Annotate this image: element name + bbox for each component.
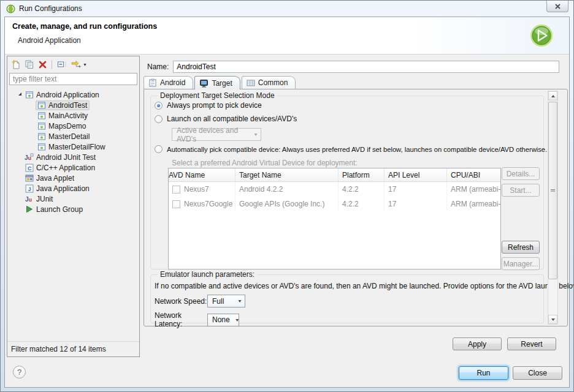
avd-checkbox[interactable]	[172, 186, 180, 194]
apply-button[interactable]: Apply	[453, 337, 502, 350]
filter-input[interactable]	[9, 73, 137, 85]
app-icon	[6, 4, 15, 13]
expand-collapse-icon[interactable]	[18, 92, 21, 96]
tab-common[interactable]: Common	[242, 76, 296, 89]
scroll-down-button[interactable]	[548, 315, 557, 324]
column-header[interactable]: AVD Name	[169, 168, 235, 181]
tree-item-junit[interactable]: Ju JUnit	[7, 194, 139, 204]
avd-table-header: AVD Name Target Name Platform API Level …	[169, 168, 500, 182]
junit-icon: Ju	[25, 195, 34, 203]
banner-subtitle: Android Application	[18, 36, 81, 45]
new-configuration-button[interactable]	[11, 59, 20, 69]
delete-configuration-button[interactable]	[39, 61, 47, 69]
filter-menu-caret-icon[interactable]: ▼	[83, 62, 87, 67]
avd-name-cell: Nexus7	[184, 185, 209, 194]
android-application-icon	[37, 111, 46, 120]
help-button[interactable]: ?	[13, 366, 26, 379]
active-devices-combo: Active devices and AVD's ▼	[172, 128, 261, 141]
avd-row[interactable]: Nexus7Google Google APIs (Google Inc.) 4…	[169, 197, 500, 211]
filter-launch-configurations-button[interactable]: ▼	[71, 60, 87, 69]
tree-item-launch-group[interactable]: Launch Group	[7, 204, 139, 214]
details-button[interactable]: Details...	[502, 167, 540, 180]
tab-target[interactable]: Target	[194, 76, 240, 89]
duplicate-configuration-button[interactable]	[25, 59, 34, 69]
tab-label: Common	[258, 78, 288, 87]
radio-launch-all[interactable]: Launch on all compatible devices/AVD's	[155, 115, 297, 123]
java-applet-icon	[25, 174, 34, 183]
dialog-client-area: Create, manage, and run configurations A…	[4, 17, 570, 388]
tab-label: Target	[212, 79, 232, 88]
android-application-icon	[25, 91, 34, 99]
tree-item-label: Android Application	[36, 91, 99, 99]
window-close-button[interactable]	[546, 1, 568, 12]
network-speed-combo[interactable]: Full ▼	[207, 295, 245, 307]
filter-icon	[71, 60, 82, 69]
tree-item-androidtest[interactable]: AndroidTest	[7, 100, 139, 110]
apply-revert-row: Apply Revert	[453, 337, 556, 350]
combo-caret-icon: ▼	[235, 317, 240, 322]
tree-item-java-application[interactable]: J Java Application	[7, 183, 139, 194]
scrollbar-track[interactable]	[548, 100, 557, 315]
scrollbar-thumb[interactable]	[548, 102, 557, 279]
configuration-name-input[interactable]	[173, 61, 559, 73]
cpu-abi-cell: ARM (armeabi-v7...	[447, 197, 500, 211]
tree-item-masterdetail[interactable]: MasterDetail	[7, 131, 139, 141]
refresh-button[interactable]: Refresh	[502, 241, 540, 254]
start-button[interactable]: Start...	[502, 184, 540, 197]
column-header[interactable]: CPU/ABI	[447, 168, 500, 181]
scroll-down-icon	[551, 318, 555, 321]
radio-label: Automatically pick compatible device: Al…	[167, 146, 547, 153]
platform-cell: 4.2.2	[339, 182, 385, 197]
radio-label: Always prompt to pick device	[167, 101, 262, 110]
avd-name-cell: Nexus7Google	[184, 200, 232, 208]
tree-item-label: Java Applet	[36, 174, 74, 183]
tree-item-mainactivity[interactable]: MainActivity	[7, 110, 139, 121]
tab-android[interactable]: Android	[144, 76, 193, 89]
revert-button[interactable]: Revert	[507, 337, 556, 350]
close-button[interactable]: Close	[513, 366, 562, 380]
tab-label: Android	[160, 78, 185, 87]
filter-status: Filter matched 12 of 14 items	[7, 341, 139, 356]
title-bar[interactable]: Run Configurations	[1, 1, 573, 17]
radio-auto-pick[interactable]: Automatically pick compatible device: Al…	[155, 145, 547, 153]
cpu-abi-cell: ARM (armeabi-v7...	[447, 182, 500, 197]
c-cpp-application-icon: C	[25, 164, 34, 172]
collapse-all-button[interactable]	[57, 60, 67, 69]
avd-checkbox[interactable]	[172, 200, 180, 208]
tree-item-label: Android JUnit Test	[36, 153, 96, 162]
manager-button[interactable]: Manager...	[502, 257, 540, 270]
svg-text:u: u	[29, 197, 33, 203]
tree-item-c-cpp-application[interactable]: C C/C++ Application	[7, 162, 139, 173]
close-icon	[555, 4, 561, 9]
editor-tabs: Android Target Common	[144, 76, 297, 89]
radio-always-prompt[interactable]: Always prompt to pick device	[155, 101, 262, 110]
column-header[interactable]: API Level	[385, 168, 447, 181]
new-launch-config-icon	[11, 59, 20, 69]
tree-item-mapsdemo[interactable]: MapsDemo	[7, 121, 139, 131]
target-name-cell: Google APIs (Google Inc.)	[235, 197, 339, 211]
android-tab-icon	[148, 78, 157, 87]
window-title: Run Configurations	[19, 4, 82, 13]
scroll-up-button[interactable]	[548, 91, 557, 100]
network-latency-combo[interactable]: None ▼	[207, 314, 239, 326]
tree-item-label: MasterDetail	[48, 132, 90, 141]
target-tab-icon	[199, 79, 209, 88]
content-scrollbar[interactable]	[548, 91, 558, 325]
tree-item-masterdetailflow[interactable]: MasterDetailFlow	[7, 141, 139, 152]
tree-item-label: MainActivity	[48, 111, 88, 120]
column-header[interactable]: Platform	[339, 168, 385, 181]
avd-row[interactable]: Nexus7 Android 4.2.2 4.2.2 17 ARM (armea…	[169, 182, 500, 197]
tree-item-java-applet[interactable]: Java Applet	[7, 173, 139, 183]
common-tab-icon	[247, 79, 255, 87]
launch-group-icon	[25, 205, 34, 214]
group-title: Emulator launch parameters:	[158, 270, 257, 279]
run-button[interactable]: Run	[459, 366, 508, 380]
radio-button-icon[interactable]	[155, 115, 163, 123]
select-avd-label: Select a preferred Android Virtual Devic…	[172, 159, 358, 167]
tree-item-android-application[interactable]: Android Application	[7, 89, 139, 100]
radio-button-icon[interactable]	[155, 102, 163, 110]
tree-item-android-junit-test[interactable]: Ju Android JUnit Test	[7, 152, 139, 162]
network-speed-label: Network Speed:	[155, 297, 207, 306]
column-header[interactable]: Target Name	[235, 168, 339, 181]
radio-button-icon[interactable]	[155, 145, 163, 153]
